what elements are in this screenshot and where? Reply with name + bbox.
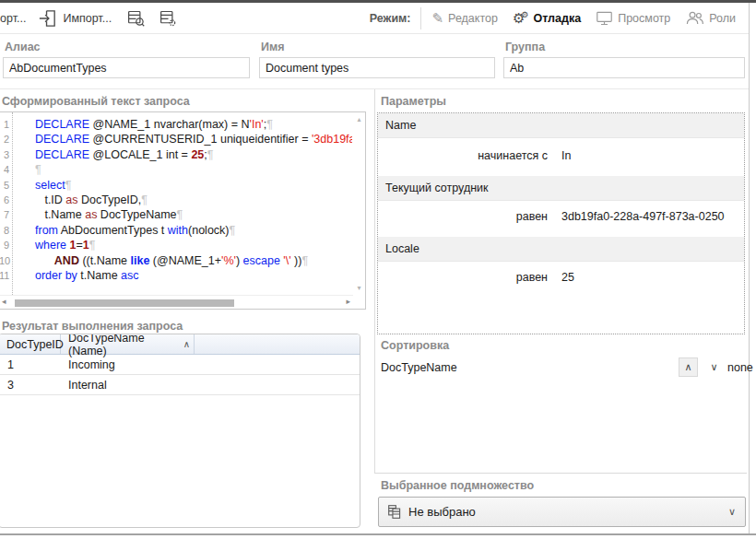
table-row[interactable]: 1 Incoming bbox=[0, 355, 360, 375]
parameter-name-header: Name bbox=[378, 113, 744, 138]
parameter-section-name: Name начинается с In bbox=[378, 113, 744, 176]
people-icon bbox=[685, 10, 704, 26]
parameter-section-locale: Locale равен 25 bbox=[378, 237, 744, 298]
import-document-icon bbox=[37, 7, 58, 29]
parameters-title: Параметры bbox=[381, 95, 446, 108]
toolbar: орт... Импорт... Режим: ✎ Редактор ⚙⚙ bbox=[0, 3, 749, 34]
table-row[interactable]: 3 Internal bbox=[0, 375, 360, 395]
import-button[interactable]: Импорт... bbox=[63, 12, 112, 25]
subset-tables-icon bbox=[387, 504, 403, 520]
name-field-group: Имя bbox=[259, 41, 495, 78]
result-grid-header: DocTypeID DocTypeName (Name) ∧ bbox=[0, 334, 360, 355]
group-field-group: Группа bbox=[503, 41, 745, 78]
debug-panel: Параметры Name начинается с In Текущий с… bbox=[375, 89, 749, 534]
query-code-lines: DECLARE @NAME_1 nvarchar(max) = N'In';¶D… bbox=[14, 112, 352, 294]
mode-editor-button[interactable]: ✎ Редактор bbox=[432, 10, 498, 27]
window-right-edge bbox=[749, 3, 750, 534]
condition-label: начинается с bbox=[378, 149, 548, 162]
parameter-section-current-user: Текущий сотрудник равен 3db19fa0-228a-49… bbox=[378, 176, 744, 237]
sorting-order-value[interactable]: none bbox=[727, 361, 753, 374]
scroll-down-icon[interactable]: ▾ bbox=[357, 284, 360, 292]
chevron-up-icon: ∧ bbox=[684, 361, 691, 373]
export-button-truncated[interactable]: орт... bbox=[0, 12, 26, 25]
chevron-down-icon: ∨ bbox=[728, 506, 736, 518]
name-input[interactable] bbox=[259, 57, 495, 78]
mode-view-button[interactable]: Просмотр bbox=[596, 10, 670, 26]
sort-move-down-button[interactable]: ∨ bbox=[704, 357, 724, 377]
query-code-gutter: 1234567891011 bbox=[0, 112, 13, 295]
subset-divider bbox=[374, 473, 747, 474]
condition-label: равен bbox=[378, 271, 548, 284]
sort-move-up-button[interactable]: ∧ bbox=[679, 357, 698, 377]
alias-field-group: Алиас bbox=[3, 41, 250, 78]
sorting-row: DocTypeName ∧ ∨ none bbox=[381, 357, 745, 380]
parameter-row[interactable]: равен 25 bbox=[378, 262, 744, 298]
gears-icon: ⚙⚙ bbox=[513, 11, 529, 26]
column-header-doctypeid[interactable]: DocTypeID bbox=[0, 334, 61, 354]
parameter-user-header: Текущий сотрудник bbox=[378, 176, 744, 201]
scroll-right-icon[interactable]: ▸ bbox=[346, 297, 350, 306]
parameter-row[interactable]: начинается с In bbox=[378, 138, 744, 176]
query-properties-form: Алиас Имя Группа bbox=[0, 37, 749, 87]
sql-code-editor[interactable]: 1234567891011 DECLARE @NAME_1 nvarchar(m… bbox=[0, 111, 366, 310]
sorting-field-label: DocTypeName bbox=[381, 361, 457, 374]
vertical-scrollbar[interactable]: ▴ ▾ bbox=[353, 112, 365, 295]
sorting-title: Сортировка bbox=[381, 339, 449, 352]
query-settings-icon[interactable] bbox=[159, 8, 178, 28]
query-search-icon[interactable] bbox=[126, 8, 146, 28]
mode-roles-button[interactable]: Роли bbox=[685, 10, 736, 26]
condition-label: равен bbox=[378, 210, 548, 223]
parameter-locale-header: Locale bbox=[378, 237, 744, 262]
mode-debug-button[interactable]: ⚙⚙ Отладка bbox=[513, 11, 581, 26]
horizontal-scrollbar[interactable]: ◂ ▸ bbox=[0, 295, 353, 309]
result-grid: DocTypeID DocTypeName (Name) ∧ 1 Incomin… bbox=[0, 334, 360, 528]
mode-label: Режим: bbox=[370, 12, 411, 25]
subset-dropdown[interactable]: Не выбрано ∨ bbox=[378, 497, 746, 527]
parameter-value[interactable]: 3db19fa0-228a-497f-873a-0250 bbox=[561, 210, 740, 223]
name-label: Имя bbox=[259, 41, 495, 53]
scroll-left-icon[interactable]: ◂ bbox=[2, 297, 6, 306]
monitor-icon bbox=[596, 10, 613, 26]
parameter-value[interactable]: 25 bbox=[561, 271, 740, 284]
scrollbar-thumb[interactable] bbox=[15, 299, 234, 307]
parameters-box: Name начинается с In Текущий сотрудник р… bbox=[377, 112, 745, 334]
column-header-doctypename[interactable]: DocTypeName (Name) ∧ bbox=[61, 334, 195, 354]
query-panel: Сформированный текст запроса 12345678910… bbox=[0, 89, 367, 534]
query-title: Сформированный текст запроса bbox=[2, 95, 190, 108]
group-input[interactable] bbox=[503, 57, 745, 78]
sort-asc-icon: ∧ bbox=[183, 339, 194, 349]
subset-selected-value: Не выбрано bbox=[408, 505, 476, 519]
group-label: Группа bbox=[503, 41, 745, 53]
parameter-row[interactable]: равен 3db19fa0-228a-497f-873a-0250 bbox=[378, 201, 744, 237]
parameter-value[interactable]: In bbox=[561, 149, 740, 162]
chevron-down-icon: ∨ bbox=[710, 361, 717, 373]
subset-title: Выбранное подмножество bbox=[381, 479, 534, 492]
scroll-up-icon[interactable]: ▴ bbox=[357, 115, 360, 123]
panel-left-border bbox=[374, 89, 375, 473]
pencil-icon: ✎ bbox=[432, 10, 444, 27]
alias-input[interactable] bbox=[3, 57, 250, 78]
result-title: Результат выполнения запроса bbox=[2, 320, 183, 333]
mode-switcher: Режим: ✎ Редактор ⚙⚙ Отладка Просмотр bbox=[370, 7, 736, 29]
alias-label: Алиас bbox=[3, 41, 250, 53]
mode-divider bbox=[420, 7, 421, 29]
